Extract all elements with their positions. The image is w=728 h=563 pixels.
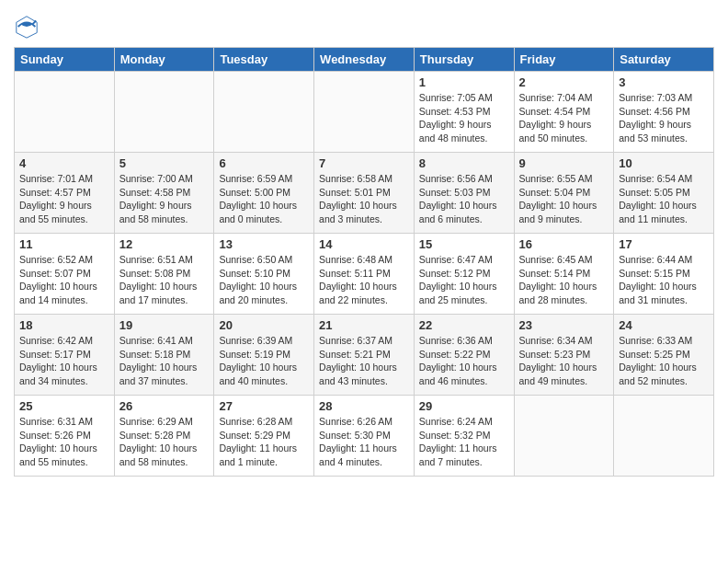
calendar-cell: 13Sunrise: 6:50 AM Sunset: 5:10 PM Dayli…	[214, 234, 314, 315]
col-header-monday: Monday	[114, 48, 214, 72]
week-row-3: 11Sunrise: 6:52 AM Sunset: 5:07 PM Dayli…	[15, 234, 714, 315]
day-info: Sunrise: 6:37 AM Sunset: 5:21 PM Dayligh…	[319, 334, 409, 388]
calendar-cell: 10Sunrise: 6:54 AM Sunset: 5:05 PM Dayli…	[614, 153, 714, 234]
day-info: Sunrise: 7:01 AM Sunset: 4:57 PM Dayligh…	[19, 172, 109, 226]
day-number: 14	[319, 237, 409, 251]
day-number: 9	[519, 156, 609, 170]
day-number: 6	[219, 156, 309, 170]
day-info: Sunrise: 6:28 AM Sunset: 5:29 PM Dayligh…	[219, 415, 309, 469]
day-number: 28	[319, 399, 409, 413]
day-info: Sunrise: 6:42 AM Sunset: 5:17 PM Dayligh…	[19, 334, 109, 388]
col-header-sunday: Sunday	[15, 48, 115, 72]
calendar-cell: 4Sunrise: 7:01 AM Sunset: 4:57 PM Daylig…	[15, 153, 115, 234]
calendar-cell: 25Sunrise: 6:31 AM Sunset: 5:26 PM Dayli…	[15, 396, 115, 477]
calendar-cell: 22Sunrise: 6:36 AM Sunset: 5:22 PM Dayli…	[414, 315, 514, 396]
day-info: Sunrise: 6:52 AM Sunset: 5:07 PM Dayligh…	[19, 253, 109, 307]
calendar-cell	[514, 396, 614, 477]
day-info: Sunrise: 7:00 AM Sunset: 4:58 PM Dayligh…	[119, 172, 210, 226]
day-info: Sunrise: 6:29 AM Sunset: 5:28 PM Dayligh…	[119, 415, 210, 469]
day-info: Sunrise: 7:04 AM Sunset: 4:54 PM Dayligh…	[519, 91, 609, 145]
day-info: Sunrise: 7:03 AM Sunset: 4:56 PM Dayligh…	[619, 91, 709, 145]
day-number: 2	[519, 75, 609, 89]
day-info: Sunrise: 6:36 AM Sunset: 5:22 PM Dayligh…	[419, 334, 509, 388]
day-info: Sunrise: 6:24 AM Sunset: 5:32 PM Dayligh…	[419, 415, 509, 469]
calendar-cell	[614, 396, 714, 477]
calendar-cell: 24Sunrise: 6:33 AM Sunset: 5:25 PM Dayli…	[614, 315, 714, 396]
calendar-cell	[314, 72, 415, 153]
calendar-cell: 16Sunrise: 6:45 AM Sunset: 5:14 PM Dayli…	[514, 234, 614, 315]
calendar-cell: 20Sunrise: 6:39 AM Sunset: 5:19 PM Dayli…	[214, 315, 314, 396]
calendar-cell: 17Sunrise: 6:44 AM Sunset: 5:15 PM Dayli…	[614, 234, 714, 315]
header	[14, 9, 714, 40]
calendar-cell: 23Sunrise: 6:34 AM Sunset: 5:23 PM Dayli…	[514, 315, 614, 396]
day-info: Sunrise: 6:59 AM Sunset: 5:00 PM Dayligh…	[219, 172, 309, 226]
calendar-cell: 7Sunrise: 6:58 AM Sunset: 5:01 PM Daylig…	[314, 153, 415, 234]
calendar-cell: 1Sunrise: 7:05 AM Sunset: 4:53 PM Daylig…	[414, 72, 514, 153]
calendar-cell	[15, 72, 115, 153]
calendar-cell: 6Sunrise: 6:59 AM Sunset: 5:00 PM Daylig…	[214, 153, 314, 234]
day-number: 19	[119, 318, 210, 332]
logo-icon	[14, 14, 40, 40]
calendar-cell: 26Sunrise: 6:29 AM Sunset: 5:28 PM Dayli…	[114, 396, 214, 477]
day-info: Sunrise: 6:31 AM Sunset: 5:26 PM Dayligh…	[19, 415, 109, 469]
calendar-cell: 3Sunrise: 7:03 AM Sunset: 4:56 PM Daylig…	[614, 72, 714, 153]
col-header-tuesday: Tuesday	[214, 48, 314, 72]
day-number: 12	[119, 237, 210, 251]
day-info: Sunrise: 6:39 AM Sunset: 5:19 PM Dayligh…	[219, 334, 309, 388]
day-info: Sunrise: 6:34 AM Sunset: 5:23 PM Dayligh…	[519, 334, 609, 388]
day-info: Sunrise: 6:33 AM Sunset: 5:25 PM Dayligh…	[619, 334, 709, 388]
day-number: 25	[19, 399, 109, 413]
header-row: SundayMondayTuesdayWednesdayThursdayFrid…	[15, 48, 714, 72]
day-number: 8	[419, 156, 509, 170]
day-number: 13	[219, 237, 309, 251]
day-number: 3	[619, 75, 709, 89]
calendar-cell: 12Sunrise: 6:51 AM Sunset: 5:08 PM Dayli…	[114, 234, 214, 315]
week-row-2: 4Sunrise: 7:01 AM Sunset: 4:57 PM Daylig…	[15, 153, 714, 234]
day-number: 22	[419, 318, 509, 332]
day-info: Sunrise: 6:55 AM Sunset: 5:04 PM Dayligh…	[519, 172, 609, 226]
col-header-wednesday: Wednesday	[314, 48, 415, 72]
calendar-cell: 19Sunrise: 6:41 AM Sunset: 5:18 PM Dayli…	[114, 315, 214, 396]
day-info: Sunrise: 6:45 AM Sunset: 5:14 PM Dayligh…	[519, 253, 609, 307]
week-row-5: 25Sunrise: 6:31 AM Sunset: 5:26 PM Dayli…	[15, 396, 714, 477]
day-number: 4	[19, 156, 109, 170]
calendar-cell: 21Sunrise: 6:37 AM Sunset: 5:21 PM Dayli…	[314, 315, 415, 396]
col-header-thursday: Thursday	[414, 48, 514, 72]
calendar-cell	[114, 72, 214, 153]
day-info: Sunrise: 6:54 AM Sunset: 5:05 PM Dayligh…	[619, 172, 709, 226]
day-number: 24	[619, 318, 709, 332]
calendar-cell: 27Sunrise: 6:28 AM Sunset: 5:29 PM Dayli…	[214, 396, 314, 477]
day-number: 20	[219, 318, 309, 332]
day-info: Sunrise: 6:44 AM Sunset: 5:15 PM Dayligh…	[619, 253, 709, 307]
calendar-cell: 14Sunrise: 6:48 AM Sunset: 5:11 PM Dayli…	[314, 234, 415, 315]
calendar-cell	[214, 72, 314, 153]
day-info: Sunrise: 6:41 AM Sunset: 5:18 PM Dayligh…	[119, 334, 210, 388]
day-info: Sunrise: 7:05 AM Sunset: 4:53 PM Dayligh…	[419, 91, 509, 145]
day-number: 17	[619, 237, 709, 251]
day-number: 5	[119, 156, 210, 170]
day-info: Sunrise: 6:48 AM Sunset: 5:11 PM Dayligh…	[319, 253, 409, 307]
calendar-cell: 5Sunrise: 7:00 AM Sunset: 4:58 PM Daylig…	[114, 153, 214, 234]
day-number: 23	[519, 318, 609, 332]
week-row-4: 18Sunrise: 6:42 AM Sunset: 5:17 PM Dayli…	[15, 315, 714, 396]
calendar-cell: 2Sunrise: 7:04 AM Sunset: 4:54 PM Daylig…	[514, 72, 614, 153]
day-number: 11	[19, 237, 109, 251]
week-row-1: 1Sunrise: 7:05 AM Sunset: 4:53 PM Daylig…	[15, 72, 714, 153]
day-info: Sunrise: 6:47 AM Sunset: 5:12 PM Dayligh…	[419, 253, 509, 307]
day-number: 29	[419, 399, 509, 413]
day-info: Sunrise: 6:26 AM Sunset: 5:30 PM Dayligh…	[319, 415, 409, 469]
day-info: Sunrise: 6:56 AM Sunset: 5:03 PM Dayligh…	[419, 172, 509, 226]
day-number: 26	[119, 399, 210, 413]
day-info: Sunrise: 6:50 AM Sunset: 5:10 PM Dayligh…	[219, 253, 309, 307]
logo	[14, 14, 43, 40]
day-number: 1	[419, 75, 509, 89]
day-number: 10	[619, 156, 709, 170]
calendar-cell: 15Sunrise: 6:47 AM Sunset: 5:12 PM Dayli…	[414, 234, 514, 315]
col-header-friday: Friday	[514, 48, 614, 72]
day-number: 7	[319, 156, 409, 170]
calendar-table: SundayMondayTuesdayWednesdayThursdayFrid…	[14, 47, 714, 477]
day-number: 15	[419, 237, 509, 251]
day-info: Sunrise: 6:51 AM Sunset: 5:08 PM Dayligh…	[119, 253, 210, 307]
calendar-cell: 29Sunrise: 6:24 AM Sunset: 5:32 PM Dayli…	[414, 396, 514, 477]
day-number: 16	[519, 237, 609, 251]
